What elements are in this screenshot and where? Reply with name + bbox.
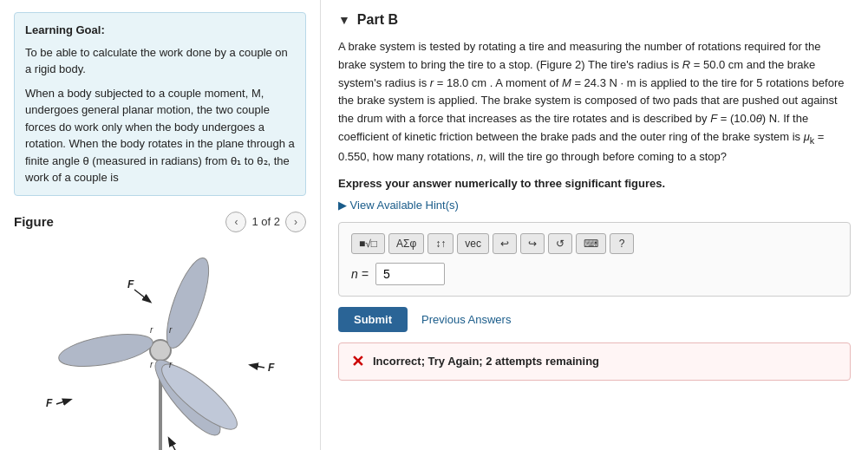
result-box: ✕ Incorrect; Try Again; 2 attempts remai…	[338, 342, 851, 381]
help-button[interactable]: ?	[610, 233, 634, 254]
answer-label: n =	[351, 267, 369, 281]
svg-text:r: r	[150, 325, 153, 335]
hint-link[interactable]: ▶ View Available Hint(s)	[338, 199, 851, 212]
svg-point-2	[158, 253, 217, 352]
svg-text:r: r	[150, 360, 153, 369]
svg-line-8	[251, 365, 264, 368]
part-title: Part B	[357, 12, 398, 28]
turbine-svg: F F F F r r r r	[22, 239, 299, 451]
math-button[interactable]: ■√□	[351, 233, 385, 254]
express-line: Express your answer numerically to three…	[338, 177, 851, 190]
svg-text:F: F	[127, 278, 134, 290]
answer-input[interactable]	[375, 263, 445, 285]
toolbar: ■√□ ΑΣφ ↕↑ vec ↩ ↪ ↺ ⌨ ?	[351, 233, 838, 254]
result-text: Incorrect; Try Again; 2 attempts remaini…	[373, 355, 599, 368]
part-header: ▼ Part B	[338, 12, 851, 28]
svg-line-6	[134, 290, 150, 302]
figure-nav: ‹ 1 of 2 ›	[225, 212, 306, 232]
result-icon: ✕	[351, 352, 364, 371]
figure-title: Figure	[14, 214, 54, 229]
svg-text:F: F	[46, 397, 53, 409]
svg-text:F: F	[268, 362, 275, 374]
figure-image: F F F F r r r r	[14, 239, 306, 451]
vec-button[interactable]: vec	[457, 233, 489, 254]
svg-point-4	[56, 328, 155, 372]
right-panel: ▼ Part B A brake system is tested by rot…	[321, 0, 868, 450]
reset-button[interactable]: ↺	[548, 233, 572, 254]
keyboard-button[interactable]: ⌨	[576, 233, 606, 254]
svg-line-10	[56, 400, 70, 404]
hint-text: ▶ View Available Hint(s)	[338, 199, 459, 212]
submit-button[interactable]: Submit	[338, 307, 408, 332]
learning-goal-body-2: When a body subjected to a couple moment…	[25, 85, 295, 186]
answer-box: ■√□ ΑΣφ ↕↑ vec ↩ ↪ ↺ ⌨ ? n =	[338, 222, 851, 297]
figure-section: Figure ‹ 1 of 2 ›	[14, 212, 306, 451]
symbol-button[interactable]: ΑΣφ	[388, 233, 424, 254]
prev-figure-button[interactable]: ‹	[225, 212, 246, 232]
redo-button[interactable]: ↪	[520, 233, 545, 254]
problem-text: A brake system is tested by rotating a t…	[338, 38, 851, 166]
figure-header: Figure ‹ 1 of 2 ›	[14, 212, 306, 232]
undo-button[interactable]: ↩	[493, 233, 517, 254]
learning-goal-title: Learning Goal:	[25, 22, 295, 39]
prev-answers-link[interactable]: Previous Answers	[421, 313, 511, 326]
next-figure-button[interactable]: ›	[285, 212, 306, 232]
actions-row: Submit Previous Answers	[338, 307, 851, 332]
left-panel: Learning Goal: To be able to calculate t…	[0, 0, 321, 450]
learning-goal-body-1: To be able to calculate the work done by…	[25, 44, 295, 78]
collapse-icon[interactable]: ▼	[338, 13, 350, 27]
learning-goal-box: Learning Goal: To be able to calculate t…	[14, 12, 306, 196]
answer-row: n =	[351, 263, 838, 285]
page-indicator: 1 of 2	[251, 215, 280, 228]
format-button[interactable]: ↕↑	[427, 233, 454, 254]
